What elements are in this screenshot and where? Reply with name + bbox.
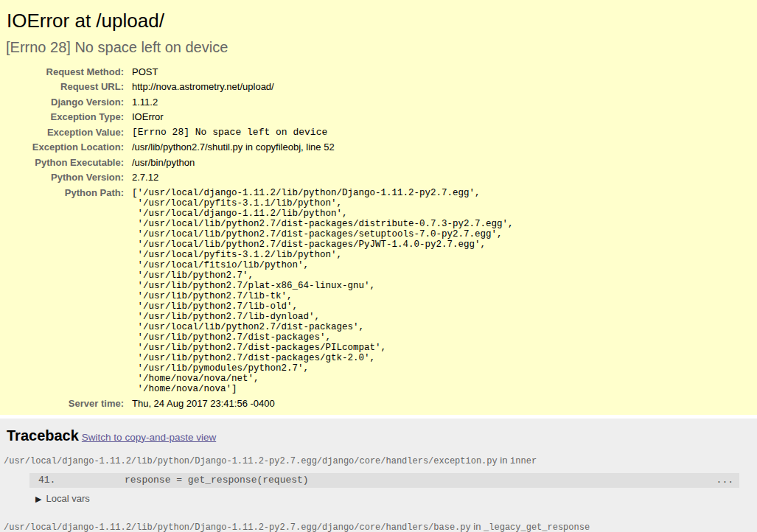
traceback-title: Traceback: [7, 427, 79, 444]
meta-value: [Errno 28] No space left on device: [130, 125, 516, 141]
table-row-python-version: Python Version: 2.7.12: [0, 170, 516, 186]
meta-label: Exception Type:: [0, 110, 130, 125]
meta-value: /usr/lib/python2.7/shutil.py in copyfile…: [130, 140, 516, 155]
page-title: IOError at /upload/: [0, 10, 757, 32]
traceback-frame-list: /usr/local/django-1.11.2/lib/python/Djan…: [0, 455, 757, 532]
table-row-exception-value: Exception Value: [Errno 28] No space lef…: [0, 125, 516, 141]
request-meta-table: Request Method: POST Request URL: http:/…: [0, 65, 516, 412]
table-row-request-method: Request Method: POST: [0, 65, 516, 80]
local-vars-toggle[interactable]: ▶Local vars: [35, 493, 757, 504]
switch-copy-paste-view-link[interactable]: Switch to copy-and-paste view: [82, 432, 216, 443]
traceback-heading: TracebackSwitch to copy-and-paste view: [0, 427, 757, 444]
meta-label: Python Path:: [0, 186, 130, 396]
meta-value: IOError: [130, 110, 516, 125]
ellipsis-expander[interactable]: ...: [716, 475, 733, 486]
frame-function-name: inner: [510, 456, 537, 466]
exception-value-banner: [Errno 28] No space left on device: [0, 39, 757, 56]
table-row-exception-location: Exception Location: /usr/lib/python2.7/s…: [0, 140, 516, 155]
meta-value: http://nova.astrometry.net/upload/: [130, 80, 516, 95]
meta-value: /usr/bin/python: [130, 155, 516, 171]
meta-label: Exception Location:: [0, 140, 130, 155]
meta-label: Request Method:: [0, 65, 130, 80]
frame-file-path: /usr/local/django-1.11.2/lib/python/Djan…: [4, 456, 498, 466]
frame-header: /usr/local/django-1.11.2/lib/python/Djan…: [0, 455, 757, 466]
meta-value: 1.11.2: [130, 95, 516, 111]
meta-value: Thu, 24 Aug 2017 23:41:56 -0400: [130, 396, 516, 412]
meta-value: POST: [130, 65, 516, 80]
expand-triangle-icon[interactable]: ▶: [35, 494, 41, 504]
traceback-frame: /usr/local/django-1.11.2/lib/python/Djan…: [0, 521, 757, 532]
meta-value: 2.7.12: [130, 170, 516, 186]
local-vars-link[interactable]: Local vars: [46, 493, 89, 504]
meta-label: Python Executable:: [0, 155, 130, 171]
table-row-exception-type: Exception Type: IOError: [0, 110, 516, 125]
meta-label: Python Version:: [0, 170, 130, 186]
frame-header: /usr/local/django-1.11.2/lib/python/Djan…: [0, 521, 757, 532]
table-row-python-executable: Python Executable: /usr/bin/python: [0, 155, 516, 171]
line-number: 41.: [38, 475, 55, 486]
traceback-section: TracebackSwitch to copy-and-paste view /…: [0, 419, 757, 532]
meta-label: Server time:: [0, 396, 130, 412]
table-row-django-version: Django Version: 1.11.2: [0, 95, 516, 111]
table-row-python-path: Python Path: ['/usr/local/django-1.11.2/…: [0, 186, 516, 396]
context-line[interactable]: 41. response = get_response(request)...: [29, 473, 739, 488]
frame-file-path: /usr/local/django-1.11.2/lib/python/Djan…: [4, 522, 471, 532]
source-code-line: response = get_response(request): [55, 475, 308, 486]
frame-function-name: _legacy_get_response: [484, 522, 590, 532]
frame-context: 41. response = get_response(request)... …: [0, 466, 757, 511]
frame-in-word: in: [500, 455, 507, 466]
table-row-server-time: Server time: Thu, 24 Aug 2017 23:41:56 -…: [0, 396, 516, 412]
traceback-frame: /usr/local/django-1.11.2/lib/python/Djan…: [0, 455, 757, 522]
meta-label: Exception Value:: [0, 125, 130, 141]
frame-in-word: in: [473, 521, 481, 532]
meta-value: ['/usr/local/django-1.11.2/lib/python/Dj…: [130, 186, 516, 396]
error-summary-section: IOError at /upload/ [Errno 28] No space …: [0, 0, 757, 415]
table-row-request-url: Request URL: http://nova.astrometry.net/…: [0, 80, 516, 95]
meta-label: Request URL:: [0, 80, 130, 95]
meta-label: Django Version:: [0, 95, 130, 111]
